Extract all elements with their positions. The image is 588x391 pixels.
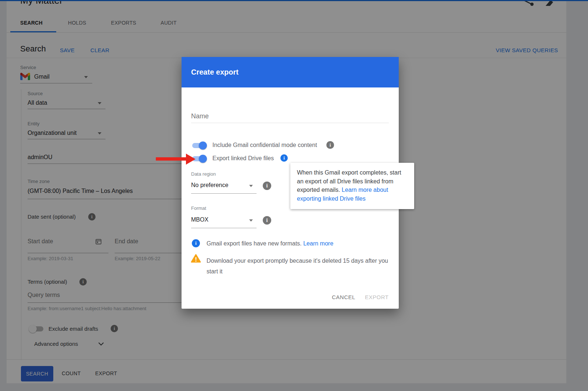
learn-more-link[interactable]: Learn more [303,240,333,247]
drive-files-tooltip: When this Gmail export completes, start … [290,163,414,209]
cancel-button[interactable]: CANCEL [332,294,355,300]
confidential-mode-label: Include Gmail confidential mode content [212,142,317,148]
data-region-dropdown[interactable]: No preference [191,180,257,194]
format-value: MBOX [191,216,208,223]
format-info-icon[interactable]: i [263,216,271,225]
confidential-mode-info-icon[interactable]: i [326,141,334,149]
warning-icon [191,254,201,263]
export-name-input[interactable] [191,110,389,123]
data-region-value: No preference [191,182,228,189]
formats-note-text: Gmail export files have new formats. [207,240,302,247]
data-region-label: Data region [191,171,216,177]
warning-note: Download your export promptly because it… [207,255,392,277]
dialog-title: Create export [191,68,239,76]
drive-files-label: Export linked Drive files [212,155,274,162]
data-region-caret-icon [249,185,253,187]
data-region-info-icon[interactable]: i [263,182,271,190]
format-caret-icon [249,219,253,222]
formats-info-icon: i [192,239,200,247]
format-label: Format [191,205,206,211]
format-dropdown[interactable]: MBOX [191,215,257,228]
drive-files-info-icon[interactable]: i [280,154,288,162]
dialog-header: Create export [182,57,399,87]
annotation-arrow-shaft [156,157,187,161]
export-submit-button[interactable]: EXPORT [365,294,388,300]
confidential-mode-toggle[interactable] [191,141,207,150]
annotation-arrow-icon [186,154,196,165]
viewport: My Matter SEARCH HOLDS EXPORTS AUDIT Sea… [0,0,588,391]
formats-note: Gmail export files have new formats. Lea… [207,240,333,247]
